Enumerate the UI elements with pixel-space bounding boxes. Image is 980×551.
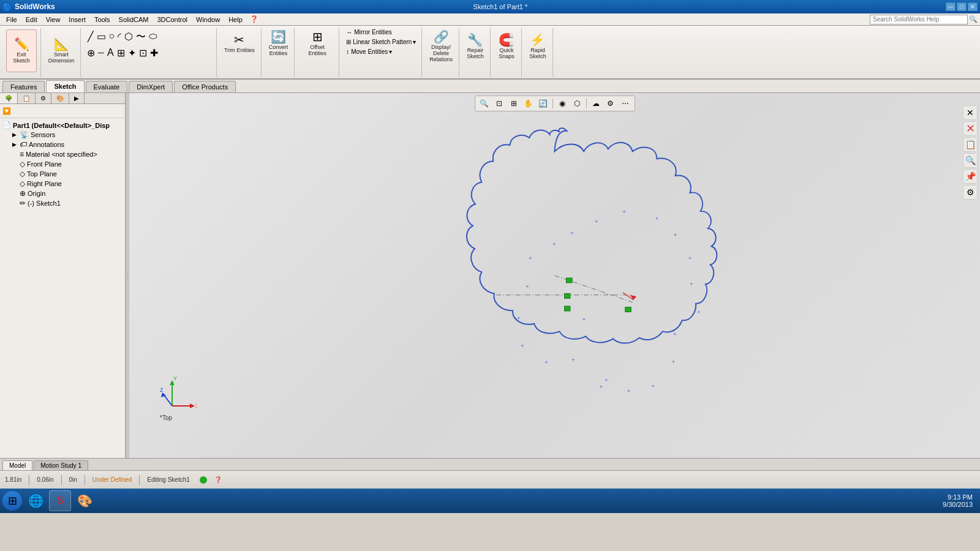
circle-tool[interactable]: ○ xyxy=(108,29,116,45)
search-button[interactable]: 🔍 xyxy=(969,15,978,23)
line-tool[interactable]: ╱ xyxy=(86,29,95,45)
cross-16: + xyxy=(599,383,603,390)
taskbar-paint[interactable]: 🎨 xyxy=(74,490,96,511)
tree-item-front-plane[interactable]: ▶ ◇ Front Plane xyxy=(0,159,125,169)
menu-tools[interactable]: Tools xyxy=(91,15,114,24)
rectangle-tool[interactable]: ▭ xyxy=(96,29,107,45)
mirror-entities-button[interactable]: ↔ Mirror Entities xyxy=(344,28,394,36)
exit-sketch-button[interactable]: ✏️ Exit Sketch xyxy=(6,29,37,72)
ellipse-tool[interactable]: ⬭ xyxy=(148,29,159,45)
window-title: Sketch1 of Part1 * xyxy=(473,3,528,10)
spline-tool[interactable]: 〜 xyxy=(135,29,147,45)
feature-tab-config[interactable]: ⚙ xyxy=(36,93,51,103)
expand-sensors[interactable]: ▶ xyxy=(12,132,20,138)
z-axis-label: Z xyxy=(160,387,164,393)
repair-icon: 🔧 xyxy=(467,34,483,46)
menu-help[interactable]: Help xyxy=(225,15,246,24)
tab-dimxpert[interactable]: DimXpert xyxy=(129,81,173,92)
offset-label: Offset Entities xyxy=(302,44,333,56)
plane-tool[interactable]: ⊞ xyxy=(116,46,126,60)
extra-tool1[interactable]: ⊡ xyxy=(138,46,148,60)
status-help[interactable]: ❓ xyxy=(214,476,222,483)
toolbar-rapid-section: ⚡ RapidSketch xyxy=(523,28,553,77)
smart-dimension-button[interactable]: 📐 SmartDimension xyxy=(46,29,77,72)
tab-evaluate[interactable]: Evaluate xyxy=(86,81,128,92)
linear-dropdown-icon[interactable]: ▾ xyxy=(413,39,416,45)
repair-sketch-button[interactable]: 🔧 RepairSketch xyxy=(464,28,486,65)
menu-file[interactable]: File xyxy=(2,15,21,24)
tree-item-annotations[interactable]: ▶ 🏷 Annotations xyxy=(0,140,125,149)
convert-entities-button[interactable]: 🔄 ConvertEntities xyxy=(266,28,291,59)
centerline-tool[interactable]: ┄ xyxy=(97,46,105,60)
move-dropdown-icon[interactable]: ▾ xyxy=(389,48,392,55)
menu-window[interactable]: Window xyxy=(192,15,224,24)
feature-tab-props[interactable]: 📋 xyxy=(18,93,36,103)
quick-snaps-button[interactable]: 🧲 QuickSnaps xyxy=(496,28,518,65)
repair-label: RepairSketch xyxy=(467,47,484,59)
point-tool[interactable]: ⊕ xyxy=(86,46,96,60)
maximize-button[interactable]: □ xyxy=(957,2,967,11)
trim-entities-button[interactable]: ✂ Trim Entities xyxy=(222,28,257,59)
menu-3dcontrol[interactable]: 3DControl xyxy=(153,15,191,24)
cross-1: + xyxy=(595,218,598,225)
feature-tab-more[interactable]: ▶ xyxy=(69,93,85,103)
filter-icon[interactable]: 🔽 xyxy=(1,105,12,116)
move-label: Move Entities xyxy=(351,48,388,55)
menu-solidcam[interactable]: SolidCAM xyxy=(115,15,153,24)
star-tool[interactable]: ✦ xyxy=(127,46,137,60)
tree-item-material[interactable]: ▶ ≡ Material <not specified> xyxy=(0,149,125,159)
tab-sketch[interactable]: Sketch xyxy=(46,80,84,92)
move-entities-button[interactable]: ↕ Move Entities ▾ xyxy=(344,48,394,56)
tab-office-products[interactable]: Office Products xyxy=(174,81,236,92)
close-button[interactable]: ✕ xyxy=(968,2,978,11)
tab-motion-study[interactable]: Motion Study 1 xyxy=(34,460,88,470)
cross-13: + xyxy=(521,342,524,349)
menu-edit[interactable]: Edit xyxy=(22,15,41,24)
start-button[interactable]: ⊞ xyxy=(2,491,22,511)
display-delete-button[interactable]: 🔗 Display/DeleteRelations xyxy=(427,28,455,65)
sw-icon: S xyxy=(57,495,64,506)
material-label: Material <not specified> xyxy=(26,151,97,158)
view-label: *Top xyxy=(160,414,197,421)
taskbar-chrome[interactable]: 🌐 xyxy=(24,490,47,511)
status-indicator xyxy=(200,476,207,484)
taskbar: ⊞ 🌐 S 🎨 9:13 PM 9/30/2013 xyxy=(0,489,980,513)
taskbar-solidworks[interactable]: S xyxy=(49,490,71,511)
quick-snaps-label: QuickSnaps xyxy=(499,47,514,59)
tree-item-sketch1[interactable]: ▶ ✏ (-) Sketch1 xyxy=(0,198,125,208)
tree-item-top-plane[interactable]: ▶ ◇ Top Plane xyxy=(0,169,125,179)
tab-features[interactable]: Features xyxy=(2,81,45,92)
offset-entities-button[interactable]: ⊞ Offset Entities xyxy=(300,28,335,59)
minimize-button[interactable]: — xyxy=(946,2,956,11)
feature-tab-appear[interactable]: 🎨 xyxy=(51,93,69,103)
window-controls[interactable]: — □ ✕ xyxy=(946,2,978,11)
cross-11: + xyxy=(526,283,529,290)
sketch-view: + + + + + + + + + + + + + + + + + + + + … xyxy=(129,93,980,458)
sketch-canvas[interactable]: 🔍 ⊡ ⊞ ✋ 🔄 ◉ ⬡ ☁ ⚙ ⋯ ✕ ✕ 📋 🔍 📌 ⚙ xyxy=(129,93,980,458)
sensors-icon: 📡 xyxy=(20,130,29,139)
toolbar-mirror-section: ↔ Mirror Entities ⊞ Linear Sketch Patter… xyxy=(341,28,422,77)
arc-tool[interactable]: ◜ xyxy=(116,29,123,45)
expand-annotations[interactable]: ▶ xyxy=(12,141,20,148)
text-tool[interactable]: A xyxy=(106,46,115,60)
linear-sketch-button[interactable]: ⊞ Linear Sketch Pattern ▾ xyxy=(344,38,418,46)
feature-tab-tree[interactable]: 🌳 xyxy=(0,93,18,103)
menu-view[interactable]: View xyxy=(42,15,64,24)
convert-icon: 🔄 xyxy=(271,31,286,43)
cross-5: + xyxy=(688,255,692,261)
extra-tool2[interactable]: ✚ xyxy=(149,46,159,60)
search-input[interactable] xyxy=(870,15,968,24)
menu-insert[interactable]: Insert xyxy=(65,15,89,24)
rapid-sketch-icon: ⚡ xyxy=(530,34,545,46)
tree-item-origin[interactable]: ▶ ⊕ Origin xyxy=(0,189,125,198)
tab-model[interactable]: Model xyxy=(2,460,32,470)
cross-21: + xyxy=(611,335,615,342)
tree-root[interactable]: 📄 Part1 (Default<<Default>_Disp xyxy=(0,121,125,130)
rapid-sketch-button[interactable]: ⚡ RapidSketch xyxy=(527,28,549,65)
tree-item-right-plane[interactable]: ▶ ◇ Right Plane xyxy=(0,179,125,189)
svg-marker-3 xyxy=(630,295,636,300)
status-z-coord: 0in xyxy=(69,476,77,483)
polygon-tool[interactable]: ⬡ xyxy=(123,29,134,45)
cross-9: + xyxy=(552,241,556,247)
tree-item-sensors[interactable]: ▶ 📡 Sensors xyxy=(0,130,125,140)
